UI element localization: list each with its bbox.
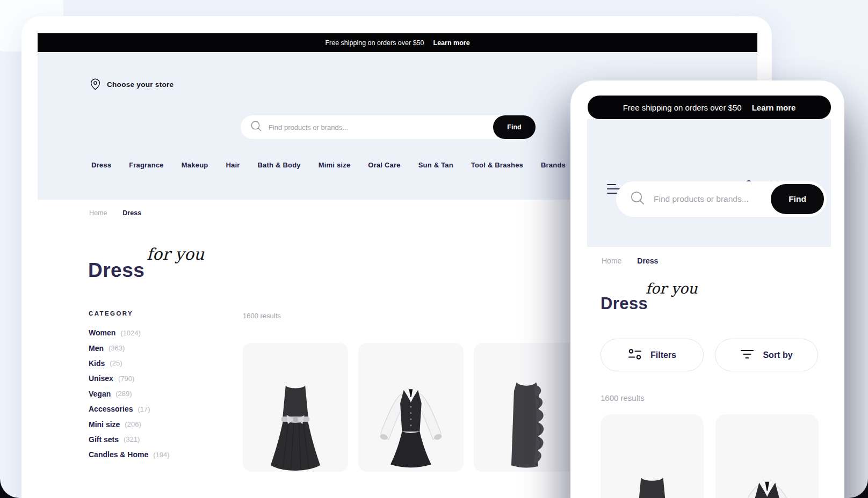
category-count: (363): [108, 344, 125, 352]
category-label: Gift sets: [89, 435, 119, 444]
category-count: (790): [118, 375, 134, 383]
category-label: Men: [89, 344, 104, 353]
mobile-page-title: Dress: [601, 294, 648, 313]
mobile-breadcrumb: Home Dress: [602, 257, 658, 265]
learn-more-link[interactable]: Learn more: [433, 39, 470, 47]
category-item-candles-home[interactable]: Candles & Home(194): [89, 447, 170, 462]
store-selector[interactable]: Choose your store: [90, 78, 173, 90]
mobile-product-grid: [601, 414, 819, 498]
mobile-learn-more-link[interactable]: Learn more: [752, 103, 796, 112]
category-count: (1024): [120, 329, 141, 337]
breadcrumb: Home Dress: [89, 209, 141, 217]
nav-item-oral-care[interactable]: Oral Care: [368, 161, 400, 169]
nav-item-bath-body[interactable]: Bath & Body: [258, 161, 301, 169]
category-label: Mini size: [89, 420, 120, 429]
breadcrumb-current: Dress: [122, 209, 141, 217]
category-item-women[interactable]: Women(1024): [89, 325, 170, 340]
category-label: Vegan: [89, 390, 111, 398]
nav-item-sun-tan[interactable]: Sun & Tan: [418, 161, 453, 169]
mobile-results-count: 1600 results: [601, 393, 645, 402]
category-label: Women: [89, 328, 115, 337]
mockup-canvas: Free shipping on orders over $50 Learn m…: [0, 0, 868, 498]
promo-banner-text: Free shipping on orders over $50: [325, 39, 424, 47]
mobile-search-input[interactable]: [654, 194, 772, 204]
nav-item-tool-brashes[interactable]: Tool & Brashes: [471, 161, 523, 169]
location-pin-icon: [90, 78, 100, 90]
nav-item-mimi-size[interactable]: Mimi size: [319, 161, 351, 169]
mobile-site-header: Find: [587, 119, 831, 247]
product-card-belted-dress[interactable]: [243, 343, 348, 472]
category-count: (289): [115, 390, 132, 398]
find-button[interactable]: Find: [493, 115, 536, 139]
product-card-vest-shirt-outfit[interactable]: [358, 343, 464, 472]
product-grid: [243, 343, 579, 472]
category-count: (17): [138, 405, 150, 413]
mobile-product-card-belted-dress[interactable]: [601, 414, 704, 498]
category-count: (206): [125, 420, 141, 428]
mobile-product-card-vest-shirt-outfit[interactable]: [715, 414, 819, 498]
category-label: Accessories: [89, 405, 133, 413]
mobile-promo-banner-text: Free shipping on orders over $50: [623, 103, 742, 112]
mobile-search-icon: [630, 191, 645, 208]
store-selector-label: Choose your store: [107, 80, 173, 89]
nav-item-hair[interactable]: Hair: [226, 161, 240, 169]
mobile-hero-flourish: for you: [646, 280, 698, 297]
search-input[interactable]: [269, 123, 446, 131]
search-bar: Find: [241, 115, 536, 139]
hero-flourish: for you: [147, 245, 204, 263]
category-item-gift-sets[interactable]: Gift sets(321): [89, 432, 170, 447]
product-card-ruffle-dress[interactable]: [474, 343, 579, 472]
nav-item-dress[interactable]: Dress: [91, 161, 111, 169]
category-item-vegan[interactable]: Vegan(289): [89, 386, 170, 401]
mobile-breadcrumb-home[interactable]: Home: [602, 257, 621, 265]
mobile-search-bar: Find: [616, 181, 827, 217]
category-label: Kids: [89, 359, 105, 368]
category-count: (25): [110, 359, 122, 367]
category-item-mini-size[interactable]: Mini size(206): [89, 416, 170, 431]
nav-item-makeup[interactable]: Makeup: [182, 161, 208, 169]
nav-item-brands[interactable]: Brands: [541, 161, 566, 169]
category-heading: CATEGORY: [89, 310, 133, 317]
sort-icon: [740, 348, 754, 362]
sort-by-button[interactable]: Sort by: [715, 339, 818, 371]
promo-banner: Free shipping on orders over $50 Learn m…: [38, 33, 757, 52]
mobile-find-button[interactable]: Find: [771, 184, 824, 214]
category-item-kids[interactable]: Kids(25): [89, 356, 170, 371]
category-item-unisex[interactable]: Unisex(790): [89, 371, 170, 386]
breadcrumb-home[interactable]: Home: [89, 209, 107, 217]
category-list: Women(1024)Men(363)Kids(25)Unisex(790)Ve…: [89, 325, 170, 463]
results-count: 1600 results: [243, 312, 281, 320]
category-item-men[interactable]: Men(363): [89, 340, 170, 355]
mobile-promo-banner: Free shipping on orders over $50 Learn m…: [588, 96, 831, 119]
primary-nav: DressFragranceMakeupHairBath & BodyMimi …: [91, 161, 589, 169]
category-label: Unisex: [89, 374, 113, 383]
category-count: (194): [153, 451, 169, 459]
mobile-device-card: Free shipping on orders over $50 Learn m…: [570, 80, 844, 498]
page-title: Dress: [88, 259, 144, 282]
sort-button-label: Sort by: [763, 350, 792, 360]
mobile-breadcrumb-current: Dress: [637, 257, 658, 265]
filters-button-label: Filters: [650, 350, 676, 360]
category-label: Candles & Home: [89, 450, 148, 459]
search-icon: [250, 120, 262, 134]
category-item-accessories[interactable]: Accessories(17): [89, 401, 170, 416]
category-count: (321): [124, 435, 140, 443]
filters-button[interactable]: Filters: [601, 339, 704, 371]
nav-item-fragrance[interactable]: Fragrance: [129, 161, 164, 169]
filters-icon: [628, 348, 642, 363]
filter-sort-row: Filters Sort by: [601, 339, 818, 371]
